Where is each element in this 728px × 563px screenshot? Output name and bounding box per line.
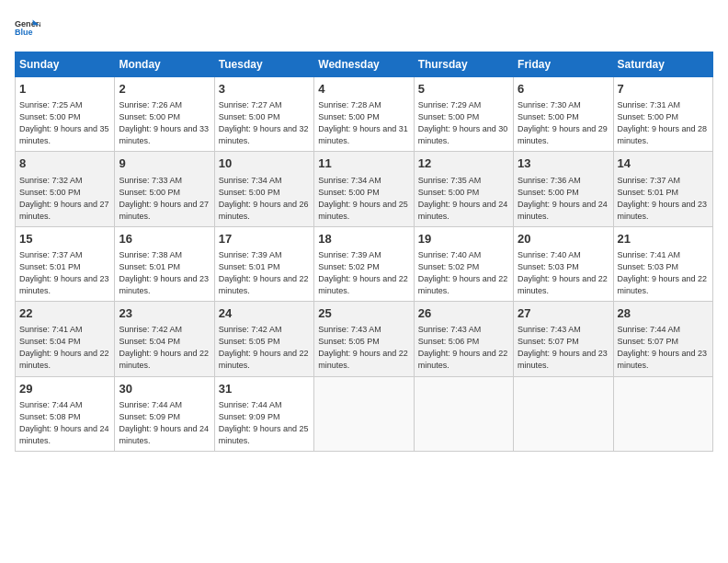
day-number: 18 bbox=[318, 231, 409, 247]
empty-cell bbox=[414, 376, 513, 451]
day-number: 3 bbox=[219, 81, 310, 98]
day-info: Sunrise: 7:40 AMSunset: 5:02 PMDaylight:… bbox=[418, 249, 509, 297]
calendar-day: 7Sunrise: 7:31 AMSunset: 5:00 PMDaylight… bbox=[613, 77, 712, 152]
day-info: Sunrise: 7:43 AMSunset: 5:07 PMDaylight:… bbox=[518, 324, 609, 372]
svg-text:Blue: Blue bbox=[15, 28, 33, 37]
day-number: 15 bbox=[19, 231, 110, 247]
weekday-header: Wednesday bbox=[314, 52, 414, 77]
day-number: 17 bbox=[219, 231, 310, 247]
calendar-day: 24Sunrise: 7:42 AMSunset: 5:05 PMDayligh… bbox=[214, 302, 313, 376]
day-info: Sunrise: 7:42 AMSunset: 5:04 PMDaylight:… bbox=[119, 324, 210, 372]
day-number: 21 bbox=[618, 231, 709, 247]
calendar-day: 22Sunrise: 7:41 AMSunset: 5:04 PMDayligh… bbox=[16, 302, 115, 376]
calendar-day: 19Sunrise: 7:40 AMSunset: 5:02 PMDayligh… bbox=[414, 226, 513, 301]
day-info: Sunrise: 7:29 AMSunset: 5:00 PMDaylight:… bbox=[418, 99, 509, 147]
day-info: Sunrise: 7:39 AMSunset: 5:01 PMDaylight:… bbox=[219, 249, 310, 297]
day-number: 7 bbox=[618, 81, 709, 98]
day-number: 30 bbox=[119, 381, 210, 397]
day-number: 19 bbox=[418, 231, 509, 247]
calendar-day: 23Sunrise: 7:42 AMSunset: 5:04 PMDayligh… bbox=[115, 302, 214, 376]
day-number: 27 bbox=[518, 305, 609, 322]
day-number: 14 bbox=[618, 155, 709, 172]
calendar-day: 9Sunrise: 7:33 AMSunset: 5:00 PMDaylight… bbox=[115, 152, 214, 226]
day-info: Sunrise: 7:44 AMSunset: 5:07 PMDaylight:… bbox=[618, 324, 709, 372]
calendar-day: 28Sunrise: 7:44 AMSunset: 5:07 PMDayligh… bbox=[613, 302, 712, 376]
day-info: Sunrise: 7:27 AMSunset: 5:00 PMDaylight:… bbox=[219, 99, 310, 147]
day-number: 29 bbox=[19, 381, 110, 397]
calendar-day: 15Sunrise: 7:37 AMSunset: 5:01 PMDayligh… bbox=[16, 226, 115, 301]
calendar-day: 30Sunrise: 7:44 AMSunset: 5:09 PMDayligh… bbox=[115, 376, 214, 451]
calendar-day: 26Sunrise: 7:43 AMSunset: 5:06 PMDayligh… bbox=[414, 302, 513, 376]
day-info: Sunrise: 7:44 AMSunset: 5:08 PMDaylight:… bbox=[19, 399, 110, 447]
day-number: 2 bbox=[119, 81, 210, 98]
day-number: 4 bbox=[318, 81, 409, 98]
day-info: Sunrise: 7:35 AMSunset: 5:00 PMDaylight:… bbox=[418, 175, 509, 223]
day-info: Sunrise: 7:39 AMSunset: 5:02 PMDaylight:… bbox=[318, 249, 409, 297]
calendar-day: 11Sunrise: 7:34 AMSunset: 5:00 PMDayligh… bbox=[314, 152, 414, 226]
empty-cell bbox=[514, 376, 613, 451]
day-info: Sunrise: 7:42 AMSunset: 5:05 PMDaylight:… bbox=[219, 324, 310, 372]
day-info: Sunrise: 7:31 AMSunset: 5:00 PMDaylight:… bbox=[618, 99, 709, 147]
empty-cell bbox=[314, 376, 414, 451]
day-number: 25 bbox=[318, 305, 409, 322]
day-number: 26 bbox=[418, 305, 509, 322]
calendar-day: 27Sunrise: 7:43 AMSunset: 5:07 PMDayligh… bbox=[514, 302, 613, 376]
day-number: 23 bbox=[119, 305, 210, 322]
day-number: 8 bbox=[19, 155, 110, 172]
day-number: 10 bbox=[219, 155, 310, 172]
calendar-day: 1Sunrise: 7:25 AMSunset: 5:00 PMDaylight… bbox=[16, 77, 115, 152]
day-info: Sunrise: 7:37 AMSunset: 5:01 PMDaylight:… bbox=[618, 175, 709, 223]
day-info: Sunrise: 7:34 AMSunset: 5:00 PMDaylight:… bbox=[318, 175, 409, 223]
calendar-day: 25Sunrise: 7:43 AMSunset: 5:05 PMDayligh… bbox=[314, 302, 414, 376]
day-info: Sunrise: 7:33 AMSunset: 5:00 PMDaylight:… bbox=[119, 175, 210, 223]
calendar-day: 8Sunrise: 7:32 AMSunset: 5:00 PMDaylight… bbox=[16, 152, 115, 226]
calendar-day: 5Sunrise: 7:29 AMSunset: 5:00 PMDaylight… bbox=[414, 77, 513, 152]
calendar-day: 14Sunrise: 7:37 AMSunset: 5:01 PMDayligh… bbox=[613, 152, 712, 226]
day-info: Sunrise: 7:28 AMSunset: 5:00 PMDaylight:… bbox=[318, 99, 409, 147]
day-info: Sunrise: 7:38 AMSunset: 5:01 PMDaylight:… bbox=[119, 249, 210, 297]
day-info: Sunrise: 7:44 AMSunset: 5:09 PMDaylight:… bbox=[119, 399, 210, 447]
day-info: Sunrise: 7:43 AMSunset: 5:06 PMDaylight:… bbox=[418, 324, 509, 372]
day-number: 1 bbox=[19, 81, 110, 98]
calendar-table: SundayMondayTuesdayWednesdayThursdayFrid… bbox=[15, 52, 713, 452]
day-info: Sunrise: 7:44 AMSunset: 9:09 PMDaylight:… bbox=[219, 399, 310, 447]
calendar-day: 17Sunrise: 7:39 AMSunset: 5:01 PMDayligh… bbox=[214, 226, 313, 301]
day-number: 12 bbox=[418, 155, 509, 172]
day-info: Sunrise: 7:40 AMSunset: 5:03 PMDaylight:… bbox=[518, 249, 609, 297]
weekday-header: Sunday bbox=[16, 52, 115, 77]
calendar-day: 21Sunrise: 7:41 AMSunset: 5:03 PMDayligh… bbox=[613, 226, 712, 301]
calendar-day: 10Sunrise: 7:34 AMSunset: 5:00 PMDayligh… bbox=[214, 152, 313, 226]
day-info: Sunrise: 7:34 AMSunset: 5:00 PMDaylight:… bbox=[219, 175, 310, 223]
empty-cell bbox=[613, 376, 712, 451]
day-number: 11 bbox=[318, 155, 409, 172]
day-info: Sunrise: 7:25 AMSunset: 5:00 PMDaylight:… bbox=[19, 99, 110, 147]
day-info: Sunrise: 7:26 AMSunset: 5:00 PMDaylight:… bbox=[119, 99, 210, 147]
day-number: 5 bbox=[418, 81, 509, 98]
weekday-header: Friday bbox=[514, 52, 613, 77]
day-info: Sunrise: 7:43 AMSunset: 5:05 PMDaylight:… bbox=[318, 324, 409, 372]
calendar-day: 20Sunrise: 7:40 AMSunset: 5:03 PMDayligh… bbox=[514, 226, 613, 301]
header: General Blue bbox=[15, 15, 713, 40]
day-number: 24 bbox=[219, 305, 310, 322]
day-info: Sunrise: 7:41 AMSunset: 5:04 PMDaylight:… bbox=[19, 324, 110, 372]
day-number: 6 bbox=[518, 81, 609, 98]
day-number: 13 bbox=[518, 155, 609, 172]
day-info: Sunrise: 7:36 AMSunset: 5:00 PMDaylight:… bbox=[518, 175, 609, 223]
weekday-header: Saturday bbox=[613, 52, 712, 77]
day-info: Sunrise: 7:41 AMSunset: 5:03 PMDaylight:… bbox=[618, 249, 709, 297]
day-number: 9 bbox=[119, 155, 210, 172]
calendar-day: 2Sunrise: 7:26 AMSunset: 5:00 PMDaylight… bbox=[115, 77, 214, 152]
calendar-day: 31Sunrise: 7:44 AMSunset: 9:09 PMDayligh… bbox=[214, 376, 313, 451]
calendar-day: 13Sunrise: 7:36 AMSunset: 5:00 PMDayligh… bbox=[514, 152, 613, 226]
day-number: 16 bbox=[119, 231, 210, 247]
day-number: 22 bbox=[19, 305, 110, 322]
calendar-day: 4Sunrise: 7:28 AMSunset: 5:00 PMDaylight… bbox=[314, 77, 414, 152]
day-info: Sunrise: 7:32 AMSunset: 5:00 PMDaylight:… bbox=[19, 175, 110, 223]
calendar-day: 18Sunrise: 7:39 AMSunset: 5:02 PMDayligh… bbox=[314, 226, 414, 301]
day-number: 20 bbox=[518, 231, 609, 247]
day-number: 28 bbox=[618, 305, 709, 322]
weekday-header: Monday bbox=[115, 52, 214, 77]
calendar-day: 12Sunrise: 7:35 AMSunset: 5:00 PMDayligh… bbox=[414, 152, 513, 226]
day-info: Sunrise: 7:30 AMSunset: 5:00 PMDaylight:… bbox=[518, 99, 609, 147]
calendar-day: 29Sunrise: 7:44 AMSunset: 5:08 PMDayligh… bbox=[16, 376, 115, 451]
